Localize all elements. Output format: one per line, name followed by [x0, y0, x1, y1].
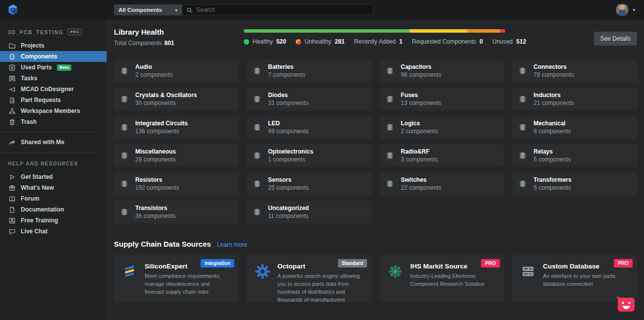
sidebar-item[interactable]: Documentation — [0, 204, 107, 215]
category-name: Fuses — [401, 92, 441, 99]
category-card[interactable]: Sensors 25 components — [247, 172, 372, 195]
chip-icon — [120, 123, 129, 132]
health-bar-segment — [500, 29, 505, 33]
sidebar-item-label: Components — [21, 53, 57, 60]
sidebar-item[interactable]: Get Started — [0, 171, 107, 182]
mcad-icon — [8, 85, 16, 93]
sidebar-item-label: Tasks — [21, 75, 37, 82]
health-bar-segment — [244, 29, 410, 33]
health-stat: Unused 512 — [492, 38, 526, 45]
sidebar-item[interactable]: Trash — [0, 116, 107, 127]
category-name: Inductors — [534, 92, 574, 99]
category-count: 96 components — [401, 71, 441, 79]
category-name: LED — [268, 120, 309, 127]
category-name: Integrated Circuits — [135, 120, 188, 127]
members-icon — [8, 107, 16, 115]
scope-selector[interactable]: All Components ▾ — [114, 4, 182, 15]
category-name: Miscellaneous — [135, 148, 176, 156]
sidebar-item[interactable]: Workspace Members — [0, 106, 107, 116]
live-chat-launcher[interactable] — [615, 296, 636, 314]
chip-icon — [518, 95, 527, 104]
supply-source-card[interactable]: IHS Markit Source Industry-Leading Elect… — [379, 255, 504, 302]
category-count: 78 components — [534, 71, 574, 79]
sidebar-item[interactable]: Used Parts Beta — [0, 62, 107, 73]
supply-source-card[interactable]: Custom Database An interface to your own… — [512, 255, 637, 302]
health-stat: Recently Added 1 — [354, 38, 403, 45]
supply-source-card[interactable]: Octopart A powerful search engine allowi… — [247, 255, 372, 302]
help-section-header: HELP AND RESOURCES — [0, 157, 107, 171]
sidebar-item-label: Workspace Members — [21, 107, 80, 114]
category-card[interactable]: Optoelectronics 1 components — [247, 144, 372, 167]
category-card[interactable]: Integrated Circuits 136 components — [114, 116, 239, 139]
workspace-pro-badge: PRO — [67, 29, 82, 35]
folder-icon — [8, 42, 16, 50]
user-menu[interactable]: ▾ — [615, 3, 644, 17]
category-card[interactable]: LED 49 components — [247, 116, 372, 139]
category-card[interactable]: Inductors 21 components — [512, 88, 637, 110]
octopart-logo — [254, 261, 271, 297]
app-logo[interactable] — [0, 3, 107, 16]
health-stat: Healthy 520 — [244, 38, 286, 45]
category-card[interactable]: Diodes 31 components — [247, 88, 372, 110]
category-card[interactable]: Radio&RF 3 components — [379, 144, 504, 167]
category-card[interactable]: Miscellaneous 28 components — [114, 144, 239, 167]
supply-chain-grid: SiliconExpert Meet compliance requiremen… — [114, 255, 637, 302]
supply-source-card[interactable]: SiliconExpert Meet compliance requiremen… — [114, 255, 239, 302]
search-input[interactable] — [196, 6, 369, 13]
chip-icon — [385, 151, 394, 160]
see-details-button[interactable]: See Details — [594, 32, 637, 46]
sidebar-item[interactable]: What's New — [0, 182, 107, 193]
category-card[interactable]: Uncategorized 11 components — [247, 201, 372, 223]
chat-smiley-icon — [615, 296, 636, 314]
category-card[interactable]: Resistors 192 components — [114, 172, 239, 195]
chip-icon — [518, 123, 527, 132]
avatar[interactable] — [615, 3, 629, 17]
sidebar-item[interactable]: MCAD CoDesigner — [0, 84, 107, 95]
category-card[interactable]: Transformers 5 components — [512, 172, 637, 195]
workspace-name: 3D_PCB_TESTING — [8, 29, 63, 35]
category-name: Crystals & Oscillators — [135, 92, 197, 99]
category-card[interactable]: Transistors 36 components — [114, 201, 239, 223]
supply-source-description: Industry-Leading Electronic Component Re… — [410, 272, 498, 288]
scope-selector-value: All Components — [118, 7, 162, 13]
siliconexpert-logo — [121, 261, 139, 297]
sidebar-item[interactable]: Free Training — [0, 215, 107, 226]
category-name: Radio&RF — [401, 148, 438, 156]
components-icon — [8, 53, 16, 60]
status-dot-icon — [244, 39, 249, 45]
sidebar-item[interactable]: Projects — [0, 40, 107, 51]
category-card[interactable]: Audio 2 components — [114, 59, 239, 82]
chip-icon — [385, 66, 394, 75]
sidebar-item-label: Forum — [21, 195, 39, 202]
sidebar-item[interactable]: Components — [0, 51, 107, 62]
sidebar-item[interactable]: Tasks — [0, 73, 107, 84]
sidebar-item-label: MCAD CoDesigner — [21, 86, 74, 93]
health-stat-label: Unused — [492, 38, 513, 45]
category-card[interactable]: Logics 2 components — [379, 116, 504, 139]
search-bar[interactable] — [182, 4, 373, 15]
category-card[interactable]: Relays 5 components — [512, 144, 637, 167]
chip-icon — [253, 66, 262, 75]
category-card[interactable]: Switches 22 components — [379, 172, 504, 195]
category-card[interactable]: Connectors 78 components — [512, 59, 637, 82]
category-card[interactable]: Mechanical 8 components — [512, 116, 637, 139]
sidebar-item[interactable]: Part Requests — [0, 95, 107, 106]
chip-icon — [120, 66, 129, 75]
category-count: 28 components — [135, 156, 176, 163]
training-icon — [8, 216, 16, 224]
supply-source-description: Meet compliance requirements, manage obs… — [145, 272, 233, 296]
category-name: Capacitors — [401, 63, 441, 71]
category-name: Optoelectronics — [268, 148, 313, 156]
category-card[interactable]: Fuses 13 components — [379, 88, 504, 110]
health-stat-value: 1 — [399, 38, 403, 45]
category-name: Batteries — [268, 63, 305, 71]
learn-more-link[interactable]: Learn more — [217, 241, 247, 248]
gift-icon — [8, 184, 16, 192]
sidebar-item[interactable]: Forum — [0, 193, 107, 204]
sidebar-item[interactable]: Shared with Me — [0, 137, 107, 148]
sidebar-item[interactable]: Live Chat — [0, 226, 107, 237]
category-card[interactable]: Batteries 7 components — [247, 59, 372, 82]
workspace-header[interactable]: 3D_PCB_TESTING PRO — [0, 25, 107, 40]
category-card[interactable]: Capacitors 96 components — [379, 59, 504, 82]
category-card[interactable]: Crystals & Oscillators 30 components — [114, 88, 239, 110]
